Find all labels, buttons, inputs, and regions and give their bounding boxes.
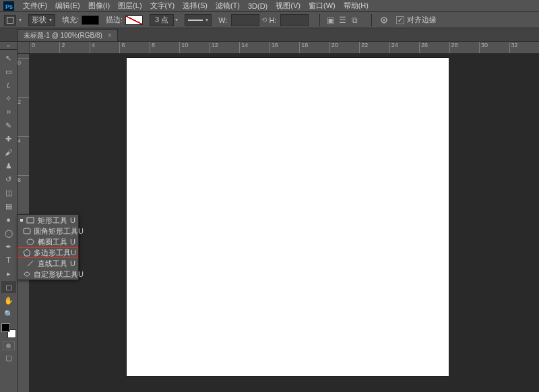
document-tab[interactable]: 未标题-1 @ 100%(RGB/8) × — [18, 29, 118, 41]
horizontal-ruler-tick: 12 — [210, 42, 218, 53]
stroke-swatch[interactable] — [125, 15, 143, 25]
stroke-type-dropdown[interactable]: ▾ — [185, 14, 212, 26]
horizontal-ruler-tick: 28 — [449, 42, 458, 53]
eraser-tool[interactable]: ◫ — [1, 187, 16, 199]
fill-swatch[interactable] — [82, 15, 99, 25]
gradient-tool[interactable]: ▤ — [1, 200, 16, 212]
quick-mask-icon[interactable] — [3, 341, 15, 350]
type-tool[interactable]: T — [1, 254, 16, 266]
horizontal-ruler-tick: 8 — [150, 42, 155, 53]
line-icon — [26, 259, 35, 268]
flyout-item-label: 直线工具 — [38, 259, 69, 269]
flyout-item-label: 矩形工具 — [38, 216, 69, 226]
crop-tool[interactable]: ⌗ — [1, 106, 16, 118]
polygon-icon — [23, 248, 31, 257]
rect-icon — [26, 216, 35, 225]
flyout-item-shortcut: U — [71, 249, 76, 257]
roundrect-icon — [23, 226, 31, 236]
zoom-tool[interactable]: 🔍 — [1, 308, 16, 320]
horizontal-ruler-tick: 10 — [179, 42, 188, 53]
healing-brush-tool[interactable]: ✚ — [1, 133, 16, 145]
menu-item-1[interactable]: 编辑(E) — [51, 0, 84, 12]
move-tool[interactable]: ↖ — [1, 52, 16, 64]
svg-rect-5 — [24, 228, 30, 234]
menu-item-9[interactable]: 窗口(W) — [305, 0, 340, 12]
screen-mode-icon[interactable]: ▢ — [3, 353, 15, 362]
stroke-width-input[interactable]: 3 点 — [150, 14, 174, 26]
horizontal-ruler-tick: 18 — [299, 42, 308, 53]
width-input[interactable] — [231, 14, 259, 26]
close-tab-icon[interactable]: × — [108, 32, 112, 39]
foreground-color-swatch[interactable] — [1, 323, 10, 332]
width-label: W: — [218, 16, 227, 24]
menu-item-2[interactable]: 图像(I) — [84, 0, 114, 12]
shape-tool-flyout: 矩形工具U圆角矩形工具U椭圆工具U多边形工具U直线工具U自定形状工具U — [17, 214, 79, 280]
document-canvas[interactable] — [127, 58, 449, 376]
flyout-item-line[interactable]: 直线工具U — [18, 258, 78, 269]
blur-tool[interactable]: ● — [1, 214, 16, 226]
tool-mode-dropdown[interactable]: 形状 ▾ — [28, 14, 55, 26]
lasso-tool[interactable]: 𝘓 — [1, 79, 16, 91]
hand-tool[interactable]: ✋ — [1, 294, 16, 306]
fill-label: 填充: — [62, 15, 79, 25]
menu-item-8[interactable]: 视图(V) — [272, 0, 305, 12]
flyout-item-label: 圆角矩形工具 — [34, 226, 78, 236]
document-tab-title: 未标题-1 @ 100%(RGB/8) — [24, 31, 102, 40]
stroke-label: 描边: — [106, 15, 123, 25]
geometry-options-icon[interactable] — [379, 15, 389, 26]
horizontal-ruler-tick: 16 — [270, 42, 278, 53]
menu-item-0[interactable]: 文件(F) — [19, 0, 51, 12]
history-brush-tool[interactable]: ↺ — [1, 173, 16, 185]
path-arrange-icon[interactable]: ⧉ — [349, 15, 360, 26]
horizontal-ruler-tick: 6 — [119, 42, 125, 53]
align-edges-label: 对齐边缘 — [407, 15, 437, 25]
menu-bar: Ps 文件(F)编辑(E)图像(I)图层(L)文字(Y)选择(S)滤镜(T)3D… — [0, 0, 539, 12]
flyout-item-rect[interactable]: 矩形工具U — [18, 215, 78, 226]
custom-icon — [23, 269, 31, 279]
height-input[interactable] — [280, 14, 309, 26]
flyout-item-ellipse[interactable]: 椭圆工具U — [18, 236, 78, 247]
current-tool-icon[interactable] — [4, 15, 16, 26]
marquee-tool[interactable]: ▭ — [1, 65, 16, 77]
eyedropper-tool[interactable]: ✎ — [1, 119, 16, 131]
shape-tool[interactable]: ▢ — [1, 281, 16, 293]
ruler-origin[interactable] — [18, 42, 30, 54]
app-logo-icon: Ps — [3, 1, 15, 11]
clone-stamp-tool[interactable]: ♟ — [1, 160, 16, 172]
magic-wand-tool[interactable]: ✧ — [1, 92, 16, 104]
link-wh-icon[interactable]: ⟲ — [259, 14, 269, 26]
menu-item-3[interactable]: 图层(L) — [114, 0, 146, 12]
horizontal-ruler-tick: 26 — [419, 42, 428, 53]
toolbox: « ↖▭𝘓✧⌗✎✚🖌♟↺◫▤●◯✒T▸▢✋🔍 ▢ — [0, 42, 18, 392]
align-edges-checkbox[interactable]: ✓ — [396, 16, 404, 24]
path-align-icon[interactable]: ☰ — [337, 15, 348, 26]
flyout-item-polygon[interactable]: 多边形工具U — [18, 247, 78, 258]
menu-item-10[interactable]: 帮助(H) — [340, 0, 373, 12]
horizontal-ruler-tick: 24 — [389, 42, 398, 53]
document-tab-bar: 未标题-1 @ 100%(RGB/8) × — [0, 28, 539, 42]
toolbox-collapse-icon[interactable]: « — [0, 43, 17, 50]
flyout-item-shortcut: U — [69, 216, 75, 224]
horizontal-ruler[interactable]: 0246810121416182022242628303234 — [30, 42, 539, 54]
path-operations-icon[interactable]: ▣ — [325, 15, 336, 26]
brush-tool[interactable]: 🖌 — [1, 146, 16, 158]
menu-item-4[interactable]: 文字(Y) — [146, 0, 179, 12]
pen-tool[interactable]: ✒ — [1, 240, 16, 253]
menu-item-7[interactable]: 3D(D) — [244, 1, 272, 11]
vertical-ruler-tick: 4 — [18, 136, 29, 144]
flyout-item-label: 椭圆工具 — [38, 237, 69, 247]
menu-item-6[interactable]: 滤镜(T) — [212, 0, 244, 12]
dodge-tool[interactable]: ◯ — [1, 227, 16, 239]
menu-item-5[interactable]: 选择(S) — [179, 0, 212, 12]
flyout-item-custom[interactable]: 自定形状工具U — [18, 269, 78, 280]
canvas-area: 0246810121416182022242628303234 02468 — [18, 42, 539, 392]
color-swatches[interactable] — [1, 323, 16, 338]
svg-line-8 — [28, 261, 33, 266]
flyout-item-shortcut: U — [78, 270, 84, 278]
flyout-item-shortcut: U — [69, 259, 75, 267]
path-select-tool[interactable]: ▸ — [1, 267, 16, 280]
svg-text:Ps: Ps — [5, 3, 13, 10]
flyout-item-roundrect[interactable]: 圆角矩形工具U — [18, 226, 78, 236]
horizontal-ruler-tick: 20 — [329, 42, 338, 53]
flyout-item-label: 多边形工具 — [34, 248, 71, 258]
